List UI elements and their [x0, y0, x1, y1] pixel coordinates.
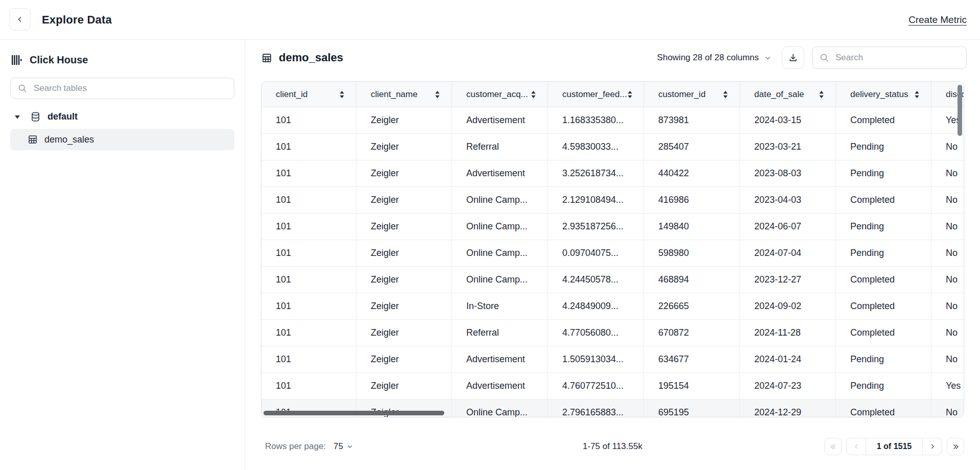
table-cell: 2024-09-02 [740, 293, 836, 319]
pagination: 1 of 1515 [824, 438, 964, 455]
column-label: date_of_sale [754, 89, 804, 100]
table-row[interactable]: 101ZeiglerAdvertisement1.505913034...634… [261, 346, 964, 373]
table-cell: 101 [261, 107, 356, 133]
table-cell: 4.24849009... [548, 293, 644, 319]
prev-page-button[interactable] [847, 438, 866, 455]
table-cell: 468894 [644, 267, 740, 293]
caret-down-icon[interactable] [14, 115, 20, 119]
table-cell: 2024-07-23 [740, 373, 836, 399]
create-metric-link[interactable]: Create Metric [909, 0, 967, 39]
table-cell: Zeigler [356, 320, 452, 346]
table-cell: 2024-07-04 [740, 240, 836, 266]
table-cell: 101 [261, 373, 356, 399]
sort-icon[interactable] [914, 90, 920, 99]
table-cell: Completed [836, 400, 931, 417]
first-page-button[interactable] [824, 438, 842, 455]
table-row[interactable]: 101ZeiglerOnline Camp...4.24450578...468… [261, 267, 964, 293]
column-header-client_id[interactable]: client_id [261, 82, 356, 107]
sort-icon[interactable] [627, 90, 633, 99]
sort-icon[interactable] [723, 90, 728, 99]
clickhouse-logo-icon [11, 54, 22, 66]
table-cell: 2023-12-27 [740, 267, 836, 293]
table-row[interactable]: 101ZeiglerOnline Camp...2.935187256...14… [261, 214, 964, 240]
table-cell: Yes [931, 373, 964, 399]
sidebar: Click House default demo_sales [0, 40, 245, 470]
double-chevron-left-icon [829, 443, 837, 451]
table-cell: 101 [261, 320, 356, 346]
table-cell: 285407 [644, 134, 740, 160]
table-cell: 2.129108494... [548, 187, 644, 213]
table-search-input[interactable] [33, 83, 227, 94]
grid-search-input[interactable] [834, 52, 959, 63]
sort-icon[interactable] [435, 90, 440, 99]
column-label: customer_feed... [562, 89, 627, 100]
datasource-header: Click House [0, 40, 245, 66]
table-body: 101ZeiglerAdvertisement1.168335380...873… [261, 107, 964, 417]
table-cell: Zeigler [356, 346, 452, 372]
download-button[interactable] [782, 46, 804, 69]
sidebar-search-box[interactable] [10, 78, 234, 99]
table-cell: 4.77056080... [548, 320, 644, 346]
table-cell: 101 [261, 240, 356, 266]
table-row[interactable]: 101ZeiglerOnline Camp...0.09704075...598… [261, 240, 964, 267]
table-cell: No [931, 214, 964, 240]
table-cell: 101 [261, 293, 356, 319]
column-label: customer_id [658, 89, 706, 100]
vertical-scrollbar[interactable] [958, 85, 962, 136]
datasource-name: Click House [30, 54, 88, 66]
back-button[interactable] [9, 8, 31, 31]
table-icon [28, 134, 38, 145]
chevron-left-icon [853, 443, 860, 450]
table-cell: 101 [261, 160, 356, 186]
table-row[interactable]: 101ZeiglerAdvertisement1.168335380...873… [261, 107, 964, 134]
table-cell: No [931, 187, 964, 213]
table-cell: Completed [836, 187, 931, 213]
table-cell: Pending [836, 214, 931, 240]
table-cell: 149840 [644, 214, 740, 240]
chevron-right-icon [929, 443, 936, 450]
last-page-button[interactable] [947, 438, 964, 455]
tree-node-default[interactable]: default [14, 111, 245, 122]
chevron-down-icon [764, 55, 771, 61]
table-cell: Online Camp... [452, 400, 548, 417]
table-title: demo_sales [279, 51, 343, 64]
table-row[interactable]: 101ZeiglerIn-Store4.24849009...226665202… [261, 293, 964, 320]
table-cell: No [931, 320, 964, 346]
sidebar-item-demo-sales[interactable]: demo_sales [10, 129, 234, 150]
column-header-delivery_status[interactable]: delivery_status [836, 82, 931, 107]
sort-icon[interactable] [531, 90, 536, 99]
next-page-button[interactable] [923, 438, 942, 455]
grid-search-box[interactable] [812, 46, 967, 69]
table-cell: 2024-06-07 [740, 214, 836, 240]
table-cell: Zeigler [356, 214, 452, 240]
table-cell: Referral [452, 134, 548, 160]
table-cell: Advertisement [452, 160, 548, 186]
column-header-customer_feed[interactable]: customer_feed... [548, 82, 644, 107]
sort-icon[interactable] [819, 90, 824, 99]
table-row[interactable]: 101ZeiglerOnline Camp...2.129108494...41… [261, 187, 964, 214]
database-name: default [47, 111, 78, 122]
column-header-customer_acq[interactable]: customer_acq... [452, 82, 548, 107]
double-chevron-right-icon [952, 443, 960, 451]
back-chevron-icon [16, 15, 24, 24]
table-row[interactable]: 101ZeiglerReferral4.77056080...670872202… [261, 320, 964, 346]
sidebar-item-label: demo_sales [44, 134, 94, 145]
table-cell: 416986 [644, 187, 740, 213]
horizontal-scrollbar[interactable] [264, 411, 444, 415]
table-cell: Zeigler [356, 373, 452, 399]
column-label: client_id [276, 89, 307, 100]
table-cell: 2024-01-24 [740, 346, 836, 372]
page-title: Explore Data [42, 0, 112, 39]
column-header-customer_id[interactable]: customer_id [644, 82, 740, 107]
data-table: client_idclient_namecustomer_acq...custo… [261, 81, 964, 417]
column-header-date_of_sale[interactable]: date_of_sale [740, 82, 836, 107]
column-header-client_name[interactable]: client_name [356, 82, 452, 107]
table-cell: 101 [261, 187, 356, 213]
table-row[interactable]: 101ZeiglerAdvertisement3.252618734...440… [261, 160, 964, 187]
table-row[interactable]: 101ZeiglerReferral4.59830033...285407202… [261, 134, 964, 160]
search-icon [820, 53, 829, 62]
table-row[interactable]: 101ZeiglerAdvertisement4.760772510...195… [261, 373, 964, 400]
table-cell: Advertisement [452, 107, 548, 133]
sort-icon[interactable] [339, 90, 345, 99]
columns-visibility-dropdown[interactable]: Showing 28 of 28 columns [657, 53, 771, 63]
